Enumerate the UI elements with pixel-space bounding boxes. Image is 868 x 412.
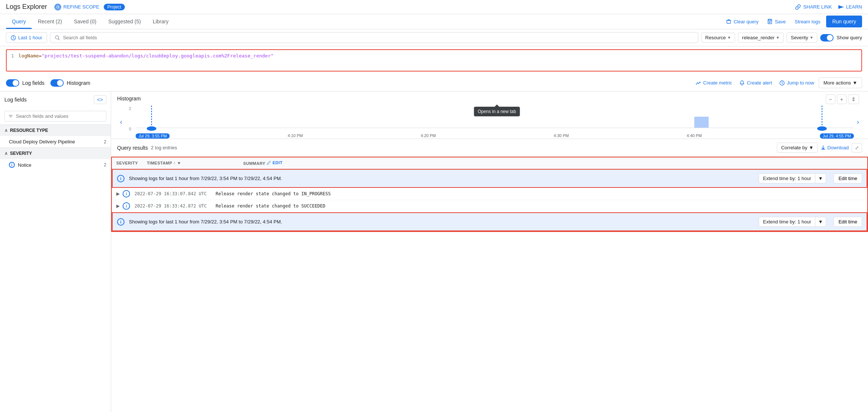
- severity-section-header[interactable]: ∧ SEVERITY: [0, 147, 111, 159]
- tab-suggested[interactable]: Suggested (5): [102, 14, 147, 29]
- histogram-prev-button[interactable]: ‹: [117, 117, 125, 127]
- tab-query[interactable]: Query: [6, 14, 32, 29]
- controls-row: Log fields Histogram Create metric Creat…: [0, 74, 868, 92]
- time-range-label: Last 1 hour: [18, 35, 42, 40]
- bell-icon: [739, 80, 745, 86]
- resource-type-label: RESOURCE TYPE: [10, 128, 48, 133]
- main-content: Log fields <> ∧ RESOURCE TYPE Cloud Depl…: [0, 92, 868, 412]
- time-label-4: 4:40 PM: [687, 133, 702, 139]
- clock-now-icon: [779, 80, 785, 86]
- resource-type-item-count: 2: [104, 139, 106, 144]
- search-fields-input[interactable]: [16, 113, 102, 119]
- col-summary: SUMMARY EDIT: [239, 157, 867, 169]
- svg-rect-19: [694, 117, 709, 128]
- link-icon: [795, 4, 801, 10]
- info-text-top: Showing logs for last 1 hour from 7/29/2…: [129, 176, 754, 181]
- edit-time-button-bottom[interactable]: Edit time: [834, 217, 862, 227]
- fullscreen-button[interactable]: ⤢: [852, 143, 862, 153]
- learn-button[interactable]: LEARN: [838, 4, 862, 10]
- severity-badge-1: i: [123, 202, 130, 210]
- results-actions: Correlate by ▼ Download ⤢: [777, 143, 862, 153]
- resource-type-section-header[interactable]: ∧ RESOURCE TYPE: [0, 124, 111, 136]
- jump-to-now-button[interactable]: Jump to now: [776, 78, 817, 88]
- results-count: 2 log entries: [151, 145, 177, 150]
- run-query-button[interactable]: Run query: [826, 16, 862, 27]
- log-fields-toggle[interactable]: [6, 79, 19, 87]
- svg-rect-7: [769, 19, 771, 21]
- more-actions-arrow: ▼: [852, 80, 857, 86]
- filter-chips: Resource ▼ release_render ▼ Severity ▼ S…: [701, 33, 862, 43]
- download-button[interactable]: Download: [821, 145, 849, 150]
- search-icon: [55, 35, 60, 40]
- log-timestamp-1: 2022-07-29 16:33:42.872 UTC: [134, 203, 207, 209]
- stream-logs-button[interactable]: Stream logs: [792, 17, 823, 27]
- top-bar: Logs Explorer REFINE SCOPE Project SHARE…: [0, 0, 868, 14]
- refine-scope-button[interactable]: REFINE SCOPE: [54, 4, 99, 10]
- log-row-0[interactable]: ▶ i 2022-07-29 16:33:07.842 UTC Release …: [112, 188, 867, 200]
- severity-chip[interactable]: Severity ▼: [786, 33, 817, 43]
- save-label: Save: [775, 19, 786, 24]
- correlate-by-button[interactable]: Correlate by ▼: [777, 143, 818, 153]
- tab-library[interactable]: Library: [147, 14, 174, 29]
- resource-chip-arrow: ▼: [727, 36, 731, 40]
- edit-time-button-top[interactable]: Edit time: [834, 173, 862, 183]
- time-range-button[interactable]: Last 1 hour: [6, 32, 47, 43]
- histogram-toggle[interactable]: [50, 79, 64, 87]
- create-alert-button[interactable]: Create alert: [736, 78, 775, 88]
- show-query-toggle-group: Show query: [820, 34, 862, 41]
- svg-point-21: [147, 126, 156, 131]
- edit-summary-button[interactable]: EDIT: [267, 160, 283, 165]
- correlate-arrow: ▼: [809, 145, 814, 150]
- share-link-button[interactable]: SHARE LINK: [795, 4, 832, 10]
- extend-arrow-bottom[interactable]: ▼: [815, 217, 826, 226]
- clear-query-button[interactable]: Clear query: [723, 17, 761, 27]
- zoom-out-button[interactable]: −: [826, 94, 835, 104]
- log-fields-panel-header: Log fields <>: [0, 92, 111, 108]
- query-line-1: 1 logName="projects/test-suspend-abandon…: [11, 53, 857, 59]
- expand-histogram-button[interactable]: ⇕: [848, 94, 859, 104]
- query-editor[interactable]: 1 logName="projects/test-suspend-abandon…: [6, 49, 862, 72]
- tab-saved[interactable]: Saved (0): [68, 14, 102, 29]
- svg-rect-4: [727, 20, 731, 23]
- results-table: SEVERITY TIMESTAMP ↑ ▼ SUMMARY EDIT: [112, 157, 867, 169]
- extend-main-label-top: Extend time by: 1 hour: [759, 174, 815, 183]
- filter-chip[interactable]: release_render ▼: [738, 33, 784, 43]
- histogram-toggle-group: Histogram: [50, 79, 90, 87]
- show-query-toggle[interactable]: [820, 34, 834, 41]
- more-actions-button[interactable]: More actions ▼: [819, 77, 862, 88]
- pencil-icon: [267, 160, 271, 165]
- chart-icon: [696, 80, 701, 86]
- search-all-fields-input[interactable]: [50, 32, 698, 43]
- col-timestamp[interactable]: TIMESTAMP ↑ ▼: [142, 157, 239, 169]
- log-fields-panel-title: Log fields: [4, 97, 27, 103]
- expand-row-0[interactable]: ▶: [116, 191, 120, 196]
- expand-row-1[interactable]: ▶: [116, 203, 120, 209]
- query-string: "projects/test-suspend-abandon/logs/clou…: [41, 53, 273, 59]
- query-text: logName="projects/test-suspend-abandon/l…: [19, 53, 274, 59]
- tab-recent[interactable]: Recent (2): [32, 14, 68, 29]
- clock-icon: [11, 35, 16, 40]
- results-title: Query results: [117, 145, 148, 151]
- severity-item-0[interactable]: i Notice 2: [0, 159, 111, 171]
- info-banner-bottom: i Showing logs for last 1 hour from 7/29…: [112, 212, 867, 231]
- search-fields-box[interactable]: [4, 111, 106, 122]
- histogram-next-button[interactable]: ›: [854, 117, 862, 127]
- extend-arrow-top[interactable]: ▼: [815, 174, 826, 183]
- extend-time-button-top[interactable]: Extend time by: 1 hour ▼: [759, 173, 826, 183]
- resource-chip[interactable]: Resource ▼: [701, 33, 735, 43]
- zoom-in-button[interactable]: +: [837, 94, 847, 104]
- expand-collapse-buttons[interactable]: <>: [94, 95, 106, 104]
- log-row-1[interactable]: ▶ i 2022-07-29 16:33:42.872 UTC Release …: [112, 200, 867, 212]
- learn-icon: [838, 4, 844, 10]
- histogram-y-max: 2: [125, 106, 131, 111]
- create-metric-button[interactable]: Create metric: [693, 78, 735, 88]
- resource-type-item-0[interactable]: Cloud Deploy Delivery Pipeline 2: [0, 136, 111, 147]
- search-input[interactable]: [63, 35, 694, 40]
- extend-main-label-bottom: Extend time by: 1 hour: [759, 217, 815, 226]
- show-query-label: Show query: [837, 35, 862, 40]
- log-fields-toggle-group: Log fields: [6, 79, 44, 87]
- save-button[interactable]: Save: [764, 17, 789, 27]
- trash-icon: [726, 19, 731, 24]
- extend-time-button-bottom[interactable]: Extend time by: 1 hour ▼: [759, 217, 826, 227]
- histogram-tooltip: Opens in a new tab: [474, 107, 520, 116]
